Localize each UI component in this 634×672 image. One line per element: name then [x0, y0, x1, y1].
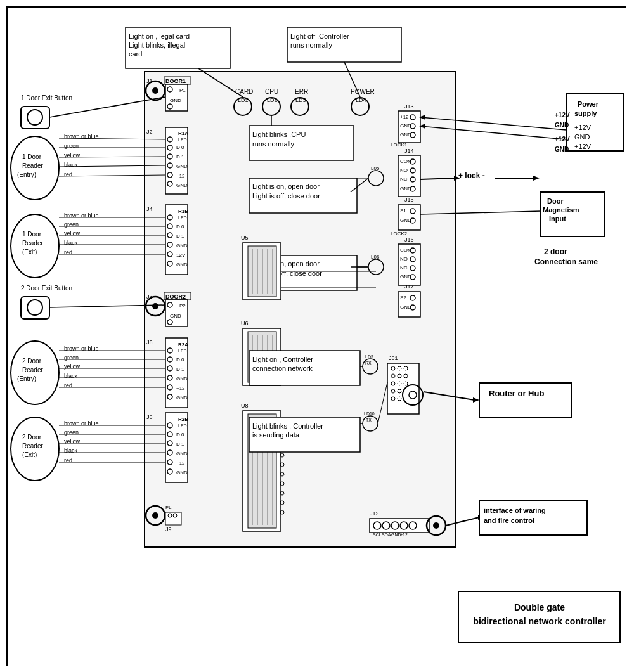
svg-text:+12: +12	[400, 533, 408, 537]
svg-text:yellow: yellow	[64, 152, 81, 158]
svg-text:POWER: POWER	[351, 88, 375, 95]
svg-text:1 Door: 1 Door	[22, 153, 42, 160]
svg-text:LED: LED	[178, 138, 187, 142]
svg-point-340	[433, 522, 439, 529]
svg-text:SCL: SCL	[373, 533, 382, 537]
svg-text:U8: U8	[241, 403, 249, 409]
svg-text:TX: TX	[366, 418, 372, 422]
svg-text:LD2: LD2	[267, 97, 278, 103]
svg-text:(Entry): (Entry)	[17, 375, 36, 382]
svg-text:+12: +12	[176, 460, 185, 466]
svg-text:Double gate: Double gate	[514, 602, 565, 612]
svg-text:R2B: R2B	[178, 417, 188, 422]
svg-text:Reader: Reader	[22, 240, 43, 247]
svg-text:LED: LED	[178, 216, 187, 220]
svg-text:U6: U6	[241, 320, 249, 326]
svg-text:Reader: Reader	[22, 162, 43, 169]
svg-text:DOOR1: DOOR1	[165, 78, 186, 84]
svg-text:+ lock -: + lock -	[458, 171, 485, 180]
svg-text:NO: NO	[400, 167, 408, 173]
svg-text:D 0: D 0	[176, 224, 184, 229]
svg-text:2 Door: 2 Door	[22, 358, 42, 365]
svg-text:Light on , Controller: Light on , Controller	[252, 356, 313, 363]
svg-text:1 Door: 1 Door	[22, 231, 42, 238]
svg-text:+12: +12	[400, 114, 409, 120]
svg-text:P1: P1	[179, 87, 186, 93]
svg-text:Light off ,Controller: Light off ,Controller	[290, 32, 349, 40]
svg-text:LOCK1: LOCK1	[391, 142, 408, 148]
svg-text:(Exit): (Exit)	[22, 451, 37, 458]
svg-text:J81: J81	[389, 355, 398, 361]
svg-text:CPU: CPU	[265, 88, 278, 95]
svg-text:S2: S2	[400, 295, 406, 300]
svg-text:S1: S1	[400, 208, 406, 214]
svg-text:GND: GND	[170, 313, 181, 319]
svg-text:LD3: LD3	[295, 97, 306, 103]
svg-text:black: black	[64, 162, 78, 168]
svg-text:Input: Input	[549, 215, 566, 223]
svg-text:+12V: +12V	[555, 112, 570, 119]
svg-text:LD1: LD1	[238, 97, 249, 103]
svg-text:L05: L05	[371, 165, 380, 171]
svg-text:interface of waring: interface of waring	[484, 507, 546, 514]
svg-text:Router or Hub: Router or Hub	[489, 389, 544, 398]
svg-text:red: red	[64, 171, 72, 178]
svg-text:12V: 12V	[176, 252, 186, 258]
svg-text:U5: U5	[241, 235, 249, 241]
svg-text:1 Door Exit Button: 1 Door Exit Button	[21, 94, 72, 101]
svg-text:and fire control: and fire control	[484, 517, 534, 524]
svg-text:Light blinks , Controller: Light blinks , Controller	[252, 422, 323, 430]
svg-text:(Entry): (Entry)	[17, 171, 36, 178]
svg-text:runs normally: runs normally	[290, 41, 333, 49]
svg-text:FL: FL	[165, 505, 172, 510]
svg-text:(Exit): (Exit)	[22, 249, 37, 255]
svg-text:connection network: connection network	[252, 365, 313, 372]
svg-text:J14: J14	[404, 148, 414, 154]
svg-text:GND: GND	[176, 451, 188, 456]
svg-text:R1B: R1B	[178, 209, 188, 214]
svg-text:LED: LED	[178, 349, 187, 353]
svg-text:GND: GND	[555, 122, 569, 129]
svg-text:NO: NO	[400, 256, 408, 262]
svg-text:2 Door: 2 Door	[22, 434, 42, 441]
svg-text:GND: GND	[176, 164, 188, 169]
svg-text:J17: J17	[404, 283, 414, 290]
svg-text:Connection same: Connection same	[534, 257, 598, 266]
svg-text:Light blinks, illegal: Light blinks, illegal	[129, 41, 185, 49]
svg-text:card: card	[129, 50, 142, 58]
svg-text:D 0: D 0	[176, 357, 184, 363]
svg-text:GND: GND	[176, 470, 188, 475]
svg-text:GND: GND	[176, 376, 188, 382]
svg-text:2 door: 2 door	[544, 247, 567, 256]
svg-text:RX: RX	[365, 361, 372, 365]
svg-text:+12V: +12V	[574, 143, 592, 150]
svg-text:SDA: SDA	[382, 533, 391, 537]
svg-text:NC: NC	[400, 265, 408, 271]
svg-text:J13: J13	[404, 103, 414, 110]
svg-text:D 1: D 1	[176, 366, 184, 372]
svg-point-174	[152, 512, 158, 519]
svg-text:D 1: D 1	[176, 441, 184, 447]
svg-text:GND: GND	[555, 146, 569, 153]
svg-text:DOOR2: DOOR2	[165, 294, 186, 300]
svg-text:J15: J15	[404, 197, 414, 203]
svg-text:+12V: +12V	[574, 124, 592, 131]
svg-text:Magnetism: Magnetism	[543, 206, 579, 214]
svg-rect-296	[387, 363, 419, 414]
svg-text:NC: NC	[400, 176, 408, 182]
svg-text:R2A: R2A	[178, 342, 188, 347]
svg-point-31	[152, 87, 158, 94]
svg-text:2 Door Exit Button: 2 Door Exit Button	[21, 285, 72, 292]
svg-text:Light is on, open door: Light is on, open door	[252, 183, 320, 190]
svg-text:J9: J9	[165, 526, 172, 533]
svg-text:J6: J6	[146, 339, 153, 346]
outer-border: Light on , legal card Light blinks, ille…	[6, 6, 626, 666]
svg-text:LD4: LD4	[356, 97, 366, 103]
svg-text:Light is off, close door: Light is off, close door	[252, 192, 320, 200]
svg-text:Reader: Reader	[22, 443, 43, 449]
svg-text:L06: L06	[371, 254, 380, 260]
svg-text:P2: P2	[179, 303, 186, 309]
svg-text:LOCK2: LOCK2	[391, 231, 408, 236]
svg-text:GND: GND	[176, 243, 188, 249]
svg-text:GND: GND	[574, 133, 590, 141]
